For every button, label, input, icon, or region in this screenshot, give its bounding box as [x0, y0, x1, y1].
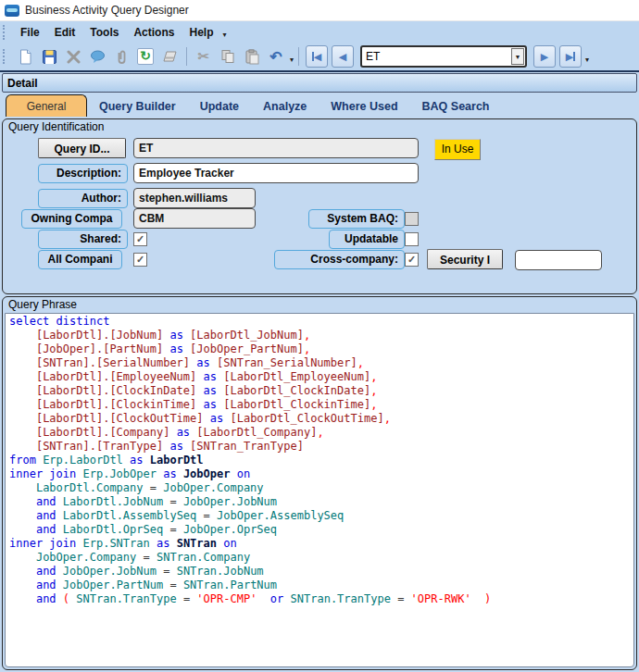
chevron-down-icon: ▼	[515, 54, 521, 60]
previous-record-icon: ◀	[339, 51, 346, 63]
clear-button[interactable]	[158, 45, 181, 68]
next-record-icon: ▶	[541, 51, 548, 63]
sql-line: from Erp.LaborDtl as LaborDtl	[9, 454, 633, 467]
sql-line: and JobOper.JobNum = SNTran.JobNum	[9, 565, 633, 579]
menu-actions[interactable]: Actions	[126, 24, 182, 41]
query-phrase-editor[interactable]: select distinct [LaborDtl].[JobNum] as […	[5, 313, 634, 667]
menu-overflow-icon[interactable]: ▾	[222, 31, 226, 39]
first-record-icon	[312, 52, 314, 61]
copy-icon	[220, 49, 235, 64]
in-use-status-badge: In Use	[434, 139, 481, 160]
title-bar: Business Activity Query Designer	[0, 0, 639, 21]
paperclip-icon	[115, 49, 129, 65]
system-baq-checkbox[interactable]	[405, 212, 419, 226]
delete-button[interactable]	[62, 45, 84, 68]
sql-line: and JobOper.PartNum = SNTran.PartNum	[9, 579, 633, 592]
query-id-button[interactable]: Query ID...	[38, 138, 126, 158]
sql-line: and LaborDtl.AssemblySeq = JobOper.Assem…	[9, 509, 633, 523]
tab-analyze[interactable]: Analyze	[251, 100, 319, 113]
owning-company-label: Owning Compa	[21, 209, 122, 229]
previous-record-button[interactable]: ◀	[332, 45, 354, 68]
updatable-checkbox[interactable]	[405, 232, 419, 246]
all-companies-label: All Compani	[38, 250, 122, 269]
record-combobox[interactable]: ▼	[360, 45, 527, 68]
record-combo-input[interactable]	[362, 49, 511, 64]
updatable-label: Updatable	[329, 230, 405, 249]
query-identification-group: Query Identification Query ID... In Use …	[2, 118, 637, 294]
toolbar-overflow-icon[interactable]: ▾	[290, 56, 294, 64]
sql-line: and ( SNTran.TranType = 'OPR-CMP' or SNT…	[9, 592, 633, 606]
toolbar-gripper-handle[interactable]	[3, 49, 9, 64]
comment-button[interactable]	[86, 45, 108, 68]
tab-strip: General Query Builder Update Analyze Whe…	[6, 93, 502, 117]
undo-arrow-icon: ↶	[269, 48, 282, 66]
menu-file[interactable]: File	[13, 24, 47, 41]
new-button[interactable]	[14, 45, 36, 68]
sql-line: [SNTran].[SerialNumber] as [SNTran_Seria…	[9, 356, 633, 370]
delete-x-icon	[67, 50, 81, 64]
menu-edit[interactable]: Edit	[47, 24, 83, 41]
app-icon	[5, 5, 19, 17]
sql-line: [LaborDtl].[Company] as [LaborDtl_Compan…	[9, 426, 633, 440]
author-field[interactable]	[133, 188, 256, 208]
tab-update[interactable]: Update	[188, 100, 251, 113]
eraser-icon	[162, 51, 178, 63]
sql-line: [LaborDtl].[EmployeeNum] as [LaborDtl_Em…	[9, 370, 633, 384]
cross-company-label: Cross-company:	[274, 250, 405, 269]
tab-where-used[interactable]: Where Used	[319, 100, 409, 113]
sql-line: and LaborDtl.JobNum = JobOper.JobNum	[9, 495, 633, 509]
sql-line: [JobOper].[PartNum] as [JobOper_PartNum]…	[9, 342, 633, 356]
undo-button[interactable]: ↶	[265, 45, 287, 68]
attachment-button[interactable]	[110, 45, 132, 68]
all-companies-checkbox[interactable]: ✓	[133, 253, 147, 267]
toolbar: ↻ ✂ ↶ ▾ ◀ ◀ ▼ ▶ ▶ ▾	[0, 43, 639, 72]
save-icon	[42, 49, 57, 65]
toolbar-separator	[186, 47, 187, 66]
combo-dropdown-button[interactable]: ▼	[511, 48, 524, 65]
detail-panel-title: Detail	[7, 77, 38, 90]
query-phrase-group-label: Query Phrase	[8, 298, 77, 311]
owning-company-field[interactable]	[133, 208, 256, 229]
sql-line: inner join Erp.SNTran as SNTran on	[9, 537, 633, 551]
copy-button[interactable]	[217, 45, 239, 68]
detail-panel-header: Detail	[2, 73, 637, 93]
refresh-icon: ↻	[137, 48, 154, 65]
tab-baq-search[interactable]: BAQ Search	[410, 100, 502, 113]
menu-tools[interactable]: Tools	[82, 24, 126, 41]
shared-label: Shared:	[38, 230, 128, 249]
new-document-icon	[18, 49, 33, 65]
sql-line: [LaborDtl].[ClockinTime] as [LaborDtl_Cl…	[9, 398, 633, 412]
tab-query-builder[interactable]: Query Builder	[87, 100, 188, 113]
sql-line: [LaborDtl].[ClockInDate] as [LaborDtl_Cl…	[9, 384, 633, 398]
sql-line: select distinct	[9, 315, 633, 329]
sql-line: [SNTran].[TranType] as [SNTran_TranType]	[9, 440, 633, 454]
paste-clipboard-icon	[244, 49, 259, 65]
nav-overflow-icon[interactable]: ▾	[585, 56, 589, 64]
cross-company-checkbox[interactable]: ✓	[405, 253, 419, 267]
query-phrase-group: Query Phrase select distinct [LaborDtl].…	[2, 296, 637, 670]
sql-line: and LaborDtl.OprSeq = JobOper.OprSeq	[9, 523, 633, 537]
paste-button[interactable]	[241, 45, 263, 68]
menu-help[interactable]: Help	[182, 24, 220, 41]
description-label: Description:	[38, 164, 128, 183]
first-record-button[interactable]: ◀	[306, 45, 328, 68]
save-button[interactable]	[38, 45, 60, 68]
tab-general[interactable]: General	[6, 94, 87, 117]
security-button[interactable]: Security I	[427, 249, 503, 269]
cut-button[interactable]: ✂	[193, 45, 215, 68]
last-record-button[interactable]: ▶	[559, 45, 582, 68]
query-id-field[interactable]	[133, 138, 419, 158]
menu-bar: File Edit Tools Actions Help ▾	[0, 21, 639, 43]
description-field[interactable]	[133, 163, 419, 183]
next-record-button[interactable]: ▶	[533, 45, 556, 68]
author-label: Author:	[38, 189, 128, 208]
menubar-gripper-handle[interactable]	[3, 25, 9, 40]
comment-bubble-icon	[90, 50, 106, 64]
toolbar-separator-2	[298, 47, 299, 66]
system-baq-label: System BAQ:	[308, 209, 405, 229]
sql-line: [LaborDtl].[ClockOutTime] as [LaborDtl_C…	[9, 412, 633, 426]
refresh-button[interactable]: ↻	[134, 45, 157, 68]
security-id-field[interactable]	[515, 250, 602, 270]
shared-checkbox[interactable]: ✓	[133, 232, 147, 246]
sql-line: [LaborDtl].[JobNum] as [LaborDtl_JobNum]…	[9, 329, 633, 342]
